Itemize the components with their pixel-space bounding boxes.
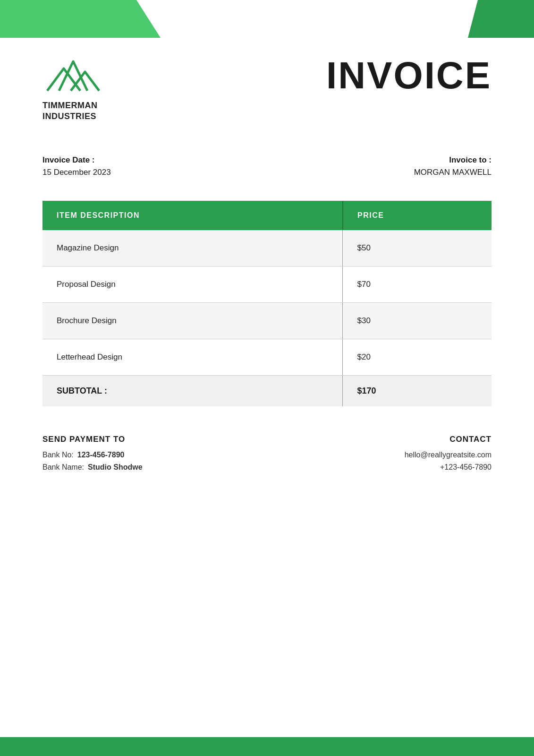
payment-left: SEND PAYMENT TO Bank No: 123-456-7890 Ba… — [42, 435, 143, 475]
main-content: TIMMERMAN INDUSTRIES INVOICE Invoice Dat… — [0, 0, 534, 513]
contact-section: CONTACT hello@reallygreatsite.com +123-4… — [405, 435, 492, 475]
invoice-table: ITEM DESCRIPTION PRICE Magazine Design$5… — [42, 201, 492, 406]
meta-row: Invoice Date : 15 December 2023 Invoice … — [42, 155, 492, 177]
row-price-1: $70 — [343, 266, 492, 302]
table-header-row: ITEM DESCRIPTION PRICE — [42, 201, 492, 230]
row-price-0: $50 — [343, 230, 492, 266]
bank-no-line: Bank No: 123-456-7890 — [42, 451, 143, 459]
invoice-date-label: Invoice Date : — [42, 155, 111, 165]
row-price-3: $20 — [343, 339, 492, 375]
contact-email: hello@reallygreatsite.com — [405, 451, 492, 459]
company-name: TIMMERMAN INDUSTRIES — [42, 100, 97, 122]
row-description-0: Magazine Design — [42, 230, 343, 266]
row-description-3: Letterhead Design — [42, 339, 343, 375]
table-row: Brochure Design$30 — [42, 302, 492, 339]
bottom-bar — [0, 737, 534, 756]
bank-name-label: Bank Name: — [42, 463, 84, 472]
invoice-date-section: Invoice Date : 15 December 2023 — [42, 155, 111, 177]
logo-section: TIMMERMAN INDUSTRIES — [42, 57, 104, 122]
invoice-date-value: 15 December 2023 — [42, 168, 111, 177]
invoice-to-value: MORGAN MAXWELL — [414, 168, 492, 177]
bank-name-value: Studio Shodwe — [88, 463, 143, 472]
bank-name-line: Bank Name: Studio Shodwe — [42, 463, 143, 472]
table-row: Letterhead Design$20 — [42, 339, 492, 375]
table-row: Proposal Design$70 — [42, 266, 492, 302]
invoice-to-label: Invoice to : — [449, 155, 492, 165]
row-description-1: Proposal Design — [42, 266, 343, 302]
bank-no-label: Bank No: — [42, 451, 74, 459]
invoice-title: INVOICE — [326, 57, 492, 94]
contact-heading: CONTACT — [449, 435, 492, 444]
header-row: TIMMERMAN INDUSTRIES INVOICE — [42, 57, 492, 122]
row-description-2: Brochure Design — [42, 302, 343, 339]
company-logo-icon — [42, 57, 104, 94]
subtotal-label: SUBTOTAL : — [42, 375, 343, 406]
subtotal-value: $170 — [343, 375, 492, 406]
invoice-to-section: Invoice to : MORGAN MAXWELL — [414, 155, 492, 177]
col-price-header: PRICE — [343, 201, 492, 230]
bank-no-value: 123-456-7890 — [77, 451, 125, 459]
row-price-2: $30 — [343, 302, 492, 339]
table-row: Magazine Design$50 — [42, 230, 492, 266]
invoice-page: TIMMERMAN INDUSTRIES INVOICE Invoice Dat… — [0, 0, 534, 756]
payment-heading: SEND PAYMENT TO — [42, 435, 143, 444]
payment-section: SEND PAYMENT TO Bank No: 123-456-7890 Ba… — [42, 435, 492, 475]
col-description-header: ITEM DESCRIPTION — [42, 201, 343, 230]
contact-phone: +123-456-7890 — [440, 463, 492, 472]
subtotal-row: SUBTOTAL :$170 — [42, 375, 492, 406]
